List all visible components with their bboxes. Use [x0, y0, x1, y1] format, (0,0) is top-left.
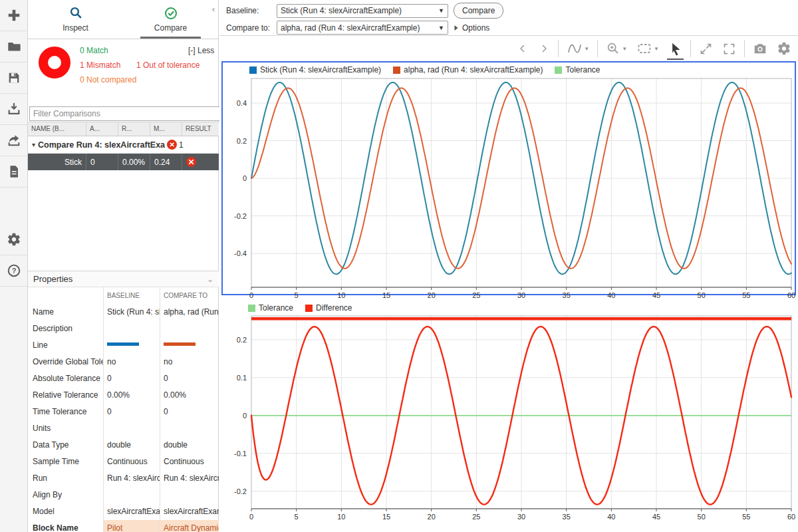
- legend-item: Stick (Run 4: slexAircraftExample): [249, 65, 381, 74]
- previous-tool-icon[interactable]: [515, 41, 530, 56]
- column-header-0[interactable]: NAME (B...: [28, 122, 86, 136]
- signal-row-stick[interactable]: Stick00.00%0.24: [28, 154, 219, 170]
- legend-item: Difference: [305, 303, 352, 313]
- baseline-dropdown-value: Stick (Run 4: slexAircraftExample): [281, 6, 437, 15]
- x-tick-label: 60: [787, 291, 795, 299]
- collapse-panel-icon[interactable]: ‹: [212, 4, 215, 14]
- top-chart-plot[interactable]: 051015202530354045505560-0.4-0.200.20.4: [223, 77, 795, 294]
- toolbar-separator: [597, 40, 598, 57]
- baseline-dropdown-caret-icon: ▼: [438, 7, 444, 14]
- add-button[interactable]: [0, 0, 28, 31]
- out-of-tolerance-stripe: [251, 317, 791, 321]
- x-tick-label: 35: [563, 513, 571, 521]
- zoom-caret-icon[interactable]: ▼: [622, 46, 627, 52]
- abs-tolerance-cell: 0: [86, 154, 118, 170]
- properties-header[interactable]: Properties ⌄: [28, 271, 219, 287]
- x-tick-label: 30: [517, 291, 525, 299]
- toolbar-separator: [744, 40, 745, 57]
- property-label: Sample Time: [28, 454, 103, 470]
- comparison-table-header[interactable]: NAME (B...A...R...M...RESULT: [28, 122, 219, 136]
- add-icon: [7, 8, 21, 23]
- legend-label: Tolerance: [565, 65, 600, 74]
- properties-collapse-chevron-icon[interactable]: ⌄: [207, 275, 213, 284]
- property-baseline-value: double: [103, 437, 160, 454]
- legend-item: alpha, rad (Run 4: slexAircraftExample): [393, 65, 543, 74]
- column-header-3[interactable]: M...: [150, 122, 182, 136]
- group-expand-caret-icon[interactable]: ▾: [32, 141, 35, 148]
- filter-comparisons-input[interactable]: [29, 106, 224, 121]
- preferences-button[interactable]: [0, 224, 28, 255]
- property-label: Block Name: [28, 520, 103, 532]
- property-row-units: Units: [28, 420, 219, 437]
- x-tick-label: 5: [295, 291, 299, 299]
- fullscreen-tool-icon[interactable]: [721, 41, 737, 57]
- camera-tool-icon[interactable]: [751, 40, 769, 57]
- help-button[interactable]: ?: [0, 255, 28, 287]
- import-icon: [7, 102, 21, 116]
- create-report-button[interactable]: [0, 156, 28, 188]
- open-button[interactable]: [0, 31, 28, 63]
- less-toggle[interactable]: [-] Less: [188, 46, 214, 55]
- property-baseline-value: Stick (Run 4: slexAircraftExample): [103, 304, 160, 321]
- baseline-dropdown[interactable]: Stick (Run 4: slexAircraftExample) ▼: [277, 4, 448, 18]
- properties-table: BASELINECOMPARE TOName Stick (Run 4: sle…: [28, 287, 219, 532]
- comparison-group-row[interactable]: ▾ Compare Run 4: slexAircraftExa ✕ 1: [28, 136, 219, 154]
- view-tabs: Inspect Compare: [28, 0, 218, 39]
- inspect-magnifier-icon: [68, 6, 83, 21]
- signal-cursor-tool-icon[interactable]: ▼: [565, 39, 591, 58]
- property-compare-value: 0: [160, 370, 219, 387]
- export-button[interactable]: [0, 125, 28, 156]
- compare-line-swatch: [160, 337, 219, 354]
- property-compare-value: [160, 420, 219, 437]
- pan-tool-icon[interactable]: [698, 41, 714, 57]
- result-fail-icon: [182, 154, 219, 170]
- pointer-tool-icon[interactable]: [667, 41, 684, 57]
- property-compare-value: Continuous: [160, 454, 219, 470]
- column-header-1[interactable]: A...: [86, 122, 118, 136]
- column-header-4[interactable]: RESULT: [182, 122, 219, 136]
- y-tick-label: 0: [243, 412, 247, 420]
- x-tick-label: 25: [472, 513, 480, 521]
- property-row-data-type: Data Type double double: [28, 437, 219, 454]
- compare-to-dropdown[interactable]: alpha, rad (Run 4: slexAircraftExample) …: [277, 21, 448, 35]
- zoom-region-caret-icon[interactable]: ▼: [654, 46, 659, 52]
- property-label: Relative Tolerance: [28, 387, 103, 404]
- x-tick-label: 45: [652, 513, 660, 521]
- tab-inspect[interactable]: Inspect: [28, 0, 123, 39]
- y-tick-label: -0.1: [234, 450, 247, 458]
- zoom-tool-icon[interactable]: ▼: [604, 40, 628, 57]
- property-label: Description: [28, 321, 103, 337]
- compare-to-dropdown-value: alpha, rad (Run 4: slexAircraftExample): [281, 23, 437, 33]
- comparison-table: NAME (B...A...R...M...RESULT ▾ Compare R…: [28, 122, 219, 170]
- properties-col-1: COMPARE TO: [160, 287, 219, 304]
- column-header-2[interactable]: R...: [118, 122, 150, 136]
- next-tool-icon[interactable]: [537, 41, 551, 56]
- x-tick-label: 25: [472, 291, 480, 299]
- bottom-chart-plot[interactable]: 051015202530354045505560-0.2-0.100.10.2: [221, 315, 796, 531]
- difference-chart[interactable]: Tolerance Difference 0510152025303540455…: [221, 301, 796, 531]
- x-tick-label: 50: [698, 513, 706, 521]
- property-baseline-value: 0: [103, 404, 160, 420]
- baseline-compare-chart[interactable]: Stick (Run 4: slexAircraftExample) alpha…: [221, 61, 796, 295]
- main-area: Baseline: Stick (Run 4: slexAircraftExam…: [219, 0, 798, 532]
- settings-tool-icon[interactable]: [775, 40, 793, 57]
- options-expander[interactable]: Options: [454, 23, 489, 33]
- legend-label: alpha, rad (Run 4: slexAircraftExample): [404, 65, 543, 74]
- help-icon: ?: [7, 263, 21, 278]
- property-row-override-global-tolerance: Override Global Tolerance no no: [28, 354, 219, 370]
- property-row-line: Line: [28, 337, 219, 354]
- x-tick-label: 60: [787, 513, 795, 521]
- properties-title: Properties: [33, 274, 72, 284]
- save-button[interactable]: [0, 63, 28, 94]
- signal-cursor-caret-icon[interactable]: ▼: [584, 46, 589, 52]
- property-label: Absolute Tolerance: [28, 370, 103, 387]
- y-tick-label: 0: [243, 174, 247, 182]
- compare-button[interactable]: Compare: [454, 3, 503, 19]
- property-row-sample-time: Sample Time Continuous Continuous: [28, 454, 219, 470]
- import-button[interactable]: [0, 94, 28, 125]
- x-tick-label: 55: [742, 513, 750, 521]
- zoom-region-tool-icon[interactable]: ▼: [635, 39, 660, 58]
- bottom-chart-legend: Tolerance Difference: [221, 301, 796, 315]
- x-tick-label: 10: [337, 513, 345, 521]
- tab-compare[interactable]: Compare: [123, 0, 218, 39]
